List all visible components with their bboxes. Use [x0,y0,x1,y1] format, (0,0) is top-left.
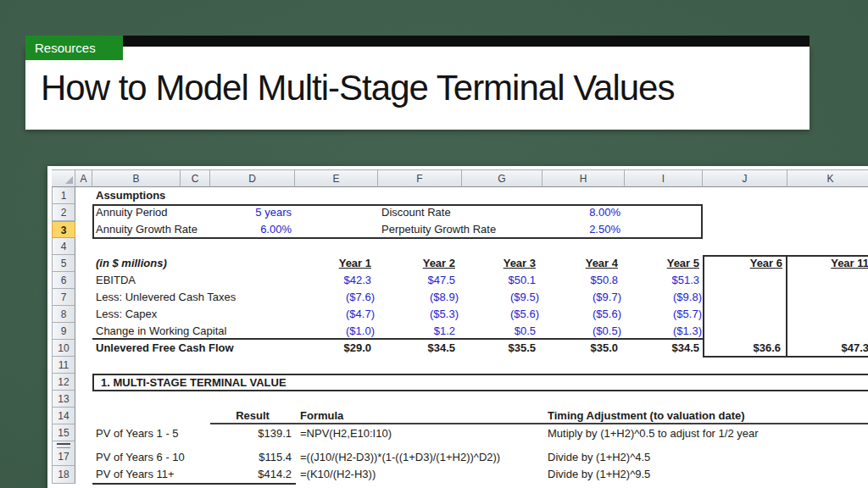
resources-badge-label: Resources [35,41,96,55]
cashflow-value[interactable]: $1.2 [378,323,462,340]
spreadsheet: A B C D E F G H I J K 1 2 3 4 5 6 7 8 9 … [47,166,868,488]
annuity-growth-value[interactable]: 6.00% [210,221,295,238]
row-header-3-selected[interactable]: 3 [52,221,75,238]
column-header-i[interactable]: I [625,169,703,187]
row-header-15[interactable]: 15 [52,424,75,441]
result-header[interactable]: Result [210,408,295,424]
row-header-9[interactable]: 9 [52,323,75,340]
cashflow-value[interactable]: ($9.5) [462,289,542,306]
row-header-14[interactable]: 14 [52,408,75,424]
ufcf-value[interactable]: $35.0 [542,340,625,357]
ufcf-value[interactable]: $29.0 [295,340,378,357]
timing-header[interactable]: Timing Adjustment (to valuation date) [544,408,868,424]
row-header-2[interactable]: 2 [52,204,75,221]
perpetuity-growth-label[interactable]: Perpetuity Growth Rate [378,221,462,238]
pv-result[interactable]: $414.2 [210,466,295,483]
column-header-e[interactable]: E [295,169,378,187]
year-header-1[interactable]: Year 1 [295,255,378,272]
ufcf-value[interactable]: $47.3 [787,340,868,357]
resources-badge: Resources [25,36,123,60]
row-header-10[interactable]: 10 [52,340,75,357]
row-header-12[interactable]: 12 [52,374,75,391]
pv-result[interactable]: $115.4 [210,449,295,466]
hidden-row-16-marker[interactable] [52,441,75,448]
cashflow-value[interactable]: ($1.0) [295,323,378,340]
cashflow-row-label[interactable]: Change in Working Capital [92,323,181,340]
pv-label[interactable]: PV of Years 1 - 5 [92,425,181,442]
ufcf-value[interactable]: $36.6 [703,340,787,357]
cashflow-value[interactable]: $51.3 [625,272,703,289]
cashflow-value[interactable]: ($9.8) [625,289,703,306]
pv-label[interactable]: PV of Years 11+ [92,466,181,483]
year-header-4[interactable]: Year 4 [542,255,625,272]
cashflow-value[interactable]: ($8.9) [378,289,462,306]
row-header-17[interactable]: 17 [52,448,75,466]
cashflow-value[interactable]: ($5.7) [625,306,703,323]
pv-timing[interactable]: Mutiply by (1+H2)^0.5 to adjust for 1/2 … [544,425,868,442]
pv-formula[interactable]: =((J10/(H2-D3))*(1-((1+D3)/(1+H2))^D2)) [297,449,542,466]
assumptions-heading[interactable]: Assumptions [92,187,181,204]
row-header-1[interactable]: 1 [52,187,75,204]
pv-formula[interactable]: =(K10/(H2-H3)) [297,466,542,483]
row-header-6[interactable]: 6 [52,272,75,289]
discount-rate-label[interactable]: Discount Rate [378,204,462,221]
column-header-a[interactable]: A [75,169,92,187]
cashflow-value[interactable]: $42.3 [295,272,378,289]
cashflow-value[interactable]: $50.1 [462,272,542,289]
discount-rate-value[interactable]: 8.00% [542,204,625,221]
cashflow-value[interactable]: ($0.5) [542,323,625,340]
cashflow-row-label[interactable]: Less: Capex [92,306,181,323]
row-header-13[interactable]: 13 [52,391,75,408]
annuity-period-label[interactable]: Annuity Period [92,204,181,221]
annuity-period-value[interactable]: 5 years [210,204,295,221]
year-header-11[interactable]: Year 11 [787,255,868,272]
pv-timing[interactable]: Divide by (1+H2)^9.5 [544,466,868,483]
annuity-growth-label[interactable]: Annuity Growth Rate [92,221,181,238]
cashflow-value[interactable]: ($4.7) [295,306,378,323]
year-header-6[interactable]: Year 6 [703,255,787,272]
row-header-18[interactable]: 18 [52,466,75,484]
row-header-8[interactable]: 8 [52,306,75,323]
perpetuity-growth-value[interactable]: 2.50% [542,221,625,238]
ufcf-value[interactable]: $34.5 [625,340,703,357]
column-header-b[interactable]: B [92,169,181,187]
pv-result[interactable]: $139.1 [210,425,295,442]
cashflow-value[interactable]: $50.8 [542,272,625,289]
pv-timing[interactable]: Divide by (1+H2)^4.5 [544,449,868,466]
formula-header[interactable]: Formula [297,408,380,424]
row-header-7[interactable]: 7 [52,289,75,306]
cashflow-value[interactable]: ($5.3) [378,306,462,323]
row-header-4[interactable]: 4 [52,238,75,255]
ufcf-value[interactable]: $34.5 [378,340,462,357]
ufcf-label[interactable]: Unlevered Free Cash Flow [92,340,181,357]
cashflow-value[interactable]: ($5.6) [542,306,625,323]
cashflow-value[interactable]: $47.5 [378,272,462,289]
cashflow-value[interactable]: ($7.6) [295,289,378,306]
cashflow-value[interactable]: ($9.7) [542,289,625,306]
year-header-3[interactable]: Year 3 [462,255,542,272]
year-header-5[interactable]: Year 5 [625,255,703,272]
slide-title: How to Model Multi-Stage Terminal Values [41,68,674,108]
title-band: How to Model Multi-Stage Terminal Values [25,47,810,130]
column-header-k[interactable]: K [787,169,868,187]
select-all-corner[interactable] [52,169,75,187]
year-header-2[interactable]: Year 2 [378,255,462,272]
column-header-f[interactable]: F [378,169,462,187]
column-header-c[interactable]: C [181,169,210,187]
cashflow-row-label[interactable]: EBITDA [92,272,181,289]
pv-label[interactable]: PV of Years 6 - 10 [92,449,181,466]
column-header-g[interactable]: G [462,169,542,187]
pv-formula[interactable]: =NPV(H2,E10:I10) [297,425,542,442]
units-label[interactable]: (in $ millions) [92,255,181,272]
row-header-5[interactable]: 5 [52,255,75,272]
column-header-j[interactable]: J [703,169,787,187]
column-header-d[interactable]: D [210,169,295,187]
cashflow-value[interactable]: $0.5 [462,323,542,340]
cashflow-row-label[interactable]: Less: Unlevered Cash Taxes [92,289,181,306]
cashflow-value[interactable]: ($5.6) [462,306,542,323]
ufcf-value[interactable]: $35.5 [462,340,542,357]
section-title[interactable]: 1. MULTI-STAGE TERMINAL VALUE [97,374,186,391]
column-header-h[interactable]: H [542,169,625,187]
cashflow-value[interactable]: ($1.3) [625,323,703,340]
row-header-11[interactable]: 11 [52,357,75,374]
